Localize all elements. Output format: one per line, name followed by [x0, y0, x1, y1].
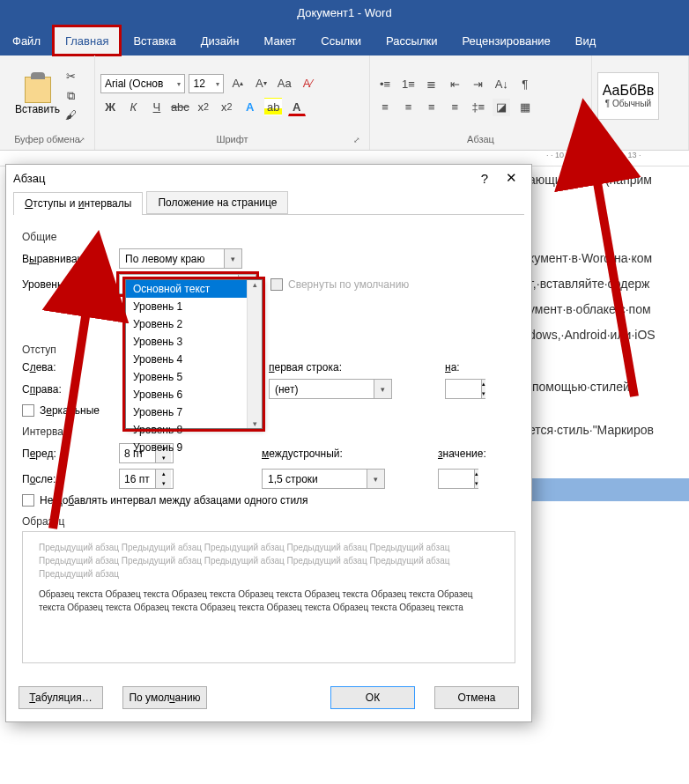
numbering-icon[interactable]: 1≡: [399, 76, 417, 93]
tab-mailings[interactable]: Рассылки: [374, 26, 449, 55]
grow-font-icon[interactable]: A▴: [229, 75, 247, 92]
spin-down-icon[interactable]: ▾: [155, 479, 171, 489]
cancel-button[interactable]: Отмена: [434, 686, 519, 709]
clear-format-icon[interactable]: A⁄: [299, 75, 316, 92]
level-option[interactable]: Уровень 8: [126, 421, 262, 439]
underline-icon[interactable]: Ч: [148, 98, 166, 115]
line-spacing-combo[interactable]: 1,5 строки▾: [262, 469, 385, 489]
alignment-combo[interactable]: По левому краю▾: [119, 248, 242, 269]
change-case-icon[interactable]: Aa: [276, 75, 293, 92]
bold-icon[interactable]: Ж: [101, 98, 119, 115]
level-option[interactable]: Уровень 3: [126, 333, 262, 351]
line-spacing-at-spinner[interactable]: ▴▾: [438, 469, 478, 489]
align-center-icon[interactable]: ≡: [399, 99, 417, 116]
level-option[interactable]: Уровень 9: [126, 439, 262, 456]
subscript-icon[interactable]: x2: [195, 98, 212, 115]
font-color-icon[interactable]: A: [288, 99, 306, 116]
indent-inc-icon[interactable]: ⇥: [470, 76, 487, 93]
level-option[interactable]: Уровень 5: [126, 368, 262, 386]
space-after-spinner[interactable]: ▴▾: [119, 469, 174, 489]
outline-level-label: Уровень:: [22, 278, 119, 291]
shrink-font-icon[interactable]: A▾: [252, 75, 270, 92]
cut-icon[interactable]: ✂: [63, 68, 80, 85]
tab-design[interactable]: Дизайн: [189, 26, 252, 55]
align-left-icon[interactable]: ≡: [376, 99, 394, 116]
bullets-icon[interactable]: •≡: [376, 76, 394, 93]
doc-line: ется·стиль·"Маркиров: [529, 418, 689, 443]
title-bar: Документ1 - Word: [0, 0, 689, 26]
chevron-down-icon[interactable]: ▾: [374, 380, 391, 398]
superscript-icon[interactable]: x2: [218, 98, 235, 115]
spin-up-icon[interactable]: ▴: [474, 470, 478, 479]
spin-down-icon[interactable]: ▾: [481, 389, 485, 399]
spin-down-icon[interactable]: ▾: [474, 479, 478, 489]
spin-up-icon[interactable]: ▴: [155, 470, 171, 479]
level-option[interactable]: Уровень 1: [126, 298, 262, 315]
dont-add-space-checkbox[interactable]: [22, 494, 34, 507]
font-size-combo[interactable]: 12▾: [189, 74, 224, 93]
paragraph-group-label: Абзац: [467, 134, 494, 144]
copy-icon[interactable]: ⧉: [63, 87, 80, 105]
font-name-combo[interactable]: Arial (Основ▾: [100, 74, 185, 93]
selection-highlight: [529, 478, 689, 501]
clipboard-icon: [25, 77, 51, 103]
line-spacing-icon[interactable]: ‡≡: [470, 99, 487, 116]
preview-pane: Предыдущий абзац Предыдущий абзац Предыд…: [22, 531, 515, 663]
close-icon[interactable]: ✕: [498, 170, 524, 186]
level-option[interactable]: Уровень 6: [126, 386, 262, 403]
first-line-label: первая строка:: [269, 361, 445, 374]
paragraph-launcher-icon[interactable]: ⤢: [589, 146, 597, 159]
dropdown-scrollbar[interactable]: [247, 280, 262, 428]
strike-icon[interactable]: abc: [171, 98, 189, 115]
help-icon[interactable]: ?: [471, 171, 498, 186]
show-marks-icon[interactable]: ¶: [516, 76, 534, 93]
tab-view[interactable]: Вид: [563, 26, 609, 55]
style-normal-tile[interactable]: АаБбВв ¶ Обычный: [597, 72, 659, 120]
mirror-indents-checkbox[interactable]: [22, 404, 34, 417]
tab-line-page-breaks[interactable]: Положение на странице: [146, 191, 288, 214]
svg-line-0: [53, 300, 88, 529]
level-option[interactable]: Уровень 2: [126, 315, 262, 333]
borders-icon[interactable]: ▦: [516, 99, 534, 116]
svg-line-1: [595, 167, 634, 396]
clipboard-group-label: Буфер обмена: [14, 134, 80, 144]
at-label: значение:: [438, 447, 508, 460]
italic-icon[interactable]: К: [124, 98, 142, 115]
alignment-label: Выравнивание:: [22, 253, 119, 265]
highlight-icon[interactable]: ab: [264, 98, 282, 115]
tab-insert[interactable]: Вставка: [121, 26, 188, 55]
tab-layout[interactable]: Макет: [251, 26, 308, 55]
paste-button[interactable]: Вставить: [14, 77, 62, 115]
format-painter-icon[interactable]: 🖌: [63, 107, 80, 124]
tab-indents-spacing[interactable]: Отступы и интервалы: [13, 192, 143, 215]
chevron-down-icon[interactable]: ▾: [367, 470, 384, 488]
font-group-label: Шрифт: [216, 134, 248, 144]
ok-button[interactable]: ОК: [330, 686, 415, 709]
tabs-button[interactable]: Табуляция…: [19, 686, 103, 709]
set-default-button[interactable]: По умолчанию: [122, 686, 207, 709]
first-line-by-spinner[interactable]: ▴▾: [445, 379, 485, 399]
multilevel-icon[interactable]: ≣: [423, 76, 441, 93]
align-justify-icon[interactable]: ≡: [446, 99, 463, 116]
document-title: Документ1 - Word: [297, 6, 391, 19]
level-option[interactable]: Уровень 4: [126, 351, 262, 368]
tab-review[interactable]: Рецензирование: [449, 26, 562, 55]
first-line-combo[interactable]: (нет)▾: [269, 379, 392, 399]
spin-up-icon[interactable]: ▴: [481, 380, 485, 389]
line-spacing-label: междустрочный:: [262, 447, 438, 460]
indent-dec-icon[interactable]: ⇤: [446, 76, 463, 93]
level-option[interactable]: Уровень 7: [126, 403, 262, 421]
text-effects-icon[interactable]: A: [241, 98, 259, 115]
level-option[interactable]: Основной текст: [126, 280, 262, 298]
font-launcher-icon[interactable]: ⤢: [352, 136, 362, 146]
tab-home[interactable]: Главная: [53, 26, 121, 55]
ribbon-tabstrip: Файл Главная Вставка Дизайн Макет Ссылки…: [0, 26, 689, 55]
sort-icon[interactable]: A↓: [493, 76, 510, 93]
tab-file[interactable]: Файл: [0, 26, 53, 55]
clipboard-launcher-icon[interactable]: ⤢: [77, 136, 87, 146]
outline-level-dropdown[interactable]: Основной текст Уровень 1 Уровень 2 Урове…: [125, 279, 263, 429]
chevron-down-icon[interactable]: ▾: [224, 249, 241, 268]
tab-references[interactable]: Ссылки: [308, 26, 374, 55]
shading-icon[interactable]: ◪: [493, 99, 510, 116]
align-right-icon[interactable]: ≡: [423, 99, 441, 116]
